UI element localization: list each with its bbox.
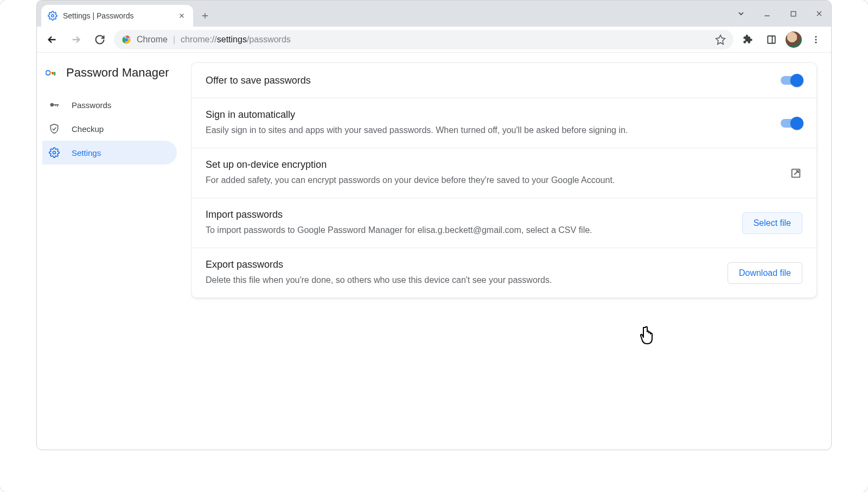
- setting-description: Delete this file when you're done, so ot…: [206, 274, 717, 287]
- offer-to-save-toggle[interactable]: [781, 74, 802, 87]
- gear-icon: [48, 11, 58, 21]
- new-tab-button[interactable]: [196, 7, 214, 24]
- sidebar-item-settings[interactable]: Settings: [42, 141, 177, 165]
- svg-point-6: [815, 36, 817, 37]
- gear-icon: [49, 147, 60, 158]
- download-file-button[interactable]: Download file: [727, 262, 802, 284]
- address-bar[interactable]: Chrome | chrome://settings/passwords: [114, 30, 733, 49]
- tabs-dropdown-button[interactable]: [733, 6, 749, 21]
- maximize-button[interactable]: [786, 6, 801, 21]
- setting-title: Offer to save passwords: [206, 75, 770, 86]
- svg-rect-11: [54, 72, 55, 75]
- sidebar-item-label: Passwords: [72, 100, 111, 110]
- site-info-icon[interactable]: [122, 35, 131, 45]
- svg-point-0: [52, 15, 54, 17]
- setting-description: To import passwords to Google Password M…: [206, 224, 731, 237]
- select-file-button[interactable]: Select file: [742, 212, 802, 234]
- svg-point-4: [125, 38, 128, 41]
- setting-export-passwords: Export passwords Delete this file when y…: [192, 248, 816, 298]
- tab-title: Settings | Passwords: [63, 11, 171, 20]
- svg-point-17: [53, 152, 56, 154]
- avatar[interactable]: [786, 31, 802, 48]
- svg-rect-5: [768, 36, 775, 43]
- sidebar-item-label: Settings: [72, 148, 101, 157]
- address-chip: Chrome: [137, 35, 168, 45]
- side-panel-button[interactable]: [762, 30, 781, 49]
- shield-check-icon: [49, 123, 60, 134]
- setting-title: Import passwords: [206, 209, 731, 220]
- minimize-button[interactable]: [760, 6, 775, 21]
- menu-button[interactable]: [806, 30, 826, 49]
- setting-import-passwords: Import passwords To import passwords to …: [192, 198, 816, 248]
- sidebar-item-passwords[interactable]: Passwords: [42, 93, 177, 117]
- setting-offer-to-save: Offer to save passwords: [192, 63, 816, 98]
- setting-on-device-encryption[interactable]: Set up on-device encryption For added sa…: [192, 148, 816, 198]
- tab-close-button[interactable]: [177, 11, 187, 21]
- back-button[interactable]: [42, 30, 62, 49]
- svg-point-7: [815, 39, 817, 40]
- svg-rect-16: [55, 104, 56, 106]
- tab-strip: Settings | Passwords: [37, 1, 831, 27]
- setting-description: For added safety, you can encrypt passwo…: [206, 174, 778, 187]
- sidebar: Password Manager Passwords Checkup Setti…: [37, 53, 191, 450]
- sidebar-item-label: Checkup: [72, 124, 104, 134]
- browser-tab[interactable]: Settings | Passwords: [41, 5, 193, 27]
- svg-rect-12: [52, 72, 54, 75]
- extensions-button[interactable]: [738, 30, 757, 49]
- setting-sign-in-automatically: Sign in automatically Easily sign in to …: [192, 98, 816, 148]
- key-icon: [49, 99, 60, 110]
- setting-title: Export passwords: [206, 259, 717, 270]
- reload-button[interactable]: [90, 30, 110, 49]
- forward-button[interactable]: [66, 30, 86, 49]
- sign-in-automatically-toggle[interactable]: [781, 117, 802, 130]
- open-external-icon[interactable]: [789, 167, 802, 180]
- svg-point-8: [815, 41, 817, 43]
- password-manager-logo-icon: [46, 69, 56, 77]
- close-window-button[interactable]: [812, 6, 827, 21]
- sidebar-item-checkup[interactable]: Checkup: [42, 117, 177, 141]
- address-url: chrome://settings/passwords: [181, 35, 291, 45]
- app-title: Password Manager: [42, 62, 186, 93]
- svg-rect-15: [57, 104, 58, 106]
- setting-title: Set up on-device encryption: [206, 159, 778, 171]
- setting-title: Sign in automatically: [206, 109, 770, 121]
- svg-rect-1: [791, 11, 796, 16]
- settings-panel: Offer to save passwords Sign in automati…: [191, 53, 831, 450]
- browser-toolbar: Chrome | chrome://settings/passwords: [37, 27, 831, 53]
- page-title: Password Manager: [66, 66, 169, 80]
- setting-description: Easily sign in to sites and apps with yo…: [206, 124, 770, 137]
- bookmark-button[interactable]: [715, 34, 726, 45]
